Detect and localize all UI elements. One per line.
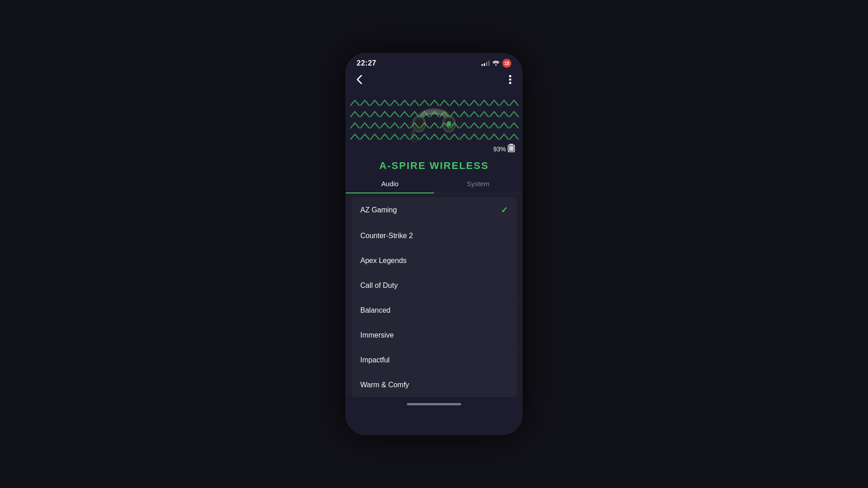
- zigzag-pattern: [346, 92, 522, 151]
- back-button[interactable]: [355, 73, 364, 89]
- device-name: A-SPIRE WIRELESS: [346, 155, 522, 174]
- status-icons: 18: [481, 59, 511, 68]
- battery-icon: [508, 144, 515, 155]
- headset-background: [346, 92, 522, 151]
- list-item-impactful[interactable]: Impactful: [351, 348, 517, 373]
- home-bar: [407, 403, 461, 405]
- hero-section: 93%: [346, 92, 522, 155]
- tabs-container: Audio System: [346, 174, 522, 193]
- signal-bars-icon: [481, 61, 490, 66]
- scroll-content[interactable]: AZ Gaming ✓ Counter-Strike 2 Apex Legend…: [346, 193, 522, 397]
- tab-audio[interactable]: Audio: [346, 174, 434, 193]
- svg-point-2: [509, 82, 511, 84]
- svg-point-0: [509, 75, 511, 77]
- list-item-warm-comfy[interactable]: Warm & Comfy: [351, 373, 517, 397]
- list-item-counter-strike-2[interactable]: Counter-Strike 2: [351, 224, 517, 249]
- list-item-az-gaming[interactable]: AZ Gaming ✓: [351, 197, 517, 224]
- list-item-apex-legends[interactable]: Apex Legends: [351, 249, 517, 273]
- list-item-immersive[interactable]: Immersive: [351, 323, 517, 348]
- status-bar: 22:27 18: [346, 53, 522, 70]
- wifi-icon: [492, 60, 500, 67]
- svg-point-1: [509, 79, 511, 81]
- more-button[interactable]: [507, 73, 513, 89]
- battery-percent: 93%: [493, 145, 506, 153]
- list-item-call-of-duty[interactable]: Call of Duty: [351, 273, 517, 298]
- list-wrapper: AZ Gaming ✓ Counter-Strike 2 Apex Legend…: [346, 193, 522, 397]
- tab-system[interactable]: System: [434, 174, 522, 193]
- list-item-balanced[interactable]: Balanced: [351, 298, 517, 323]
- notification-badge: 18: [502, 59, 511, 68]
- audio-profiles-list: AZ Gaming ✓ Counter-Strike 2 Apex Legend…: [351, 197, 517, 397]
- status-time: 22:27: [357, 59, 376, 67]
- phone-frame: 22:27 18: [346, 53, 522, 435]
- header: [346, 70, 522, 92]
- svg-rect-11: [509, 146, 514, 151]
- battery-row: 93%: [493, 144, 515, 155]
- selected-check-icon: ✓: [501, 205, 508, 215]
- home-indicator: [346, 397, 522, 411]
